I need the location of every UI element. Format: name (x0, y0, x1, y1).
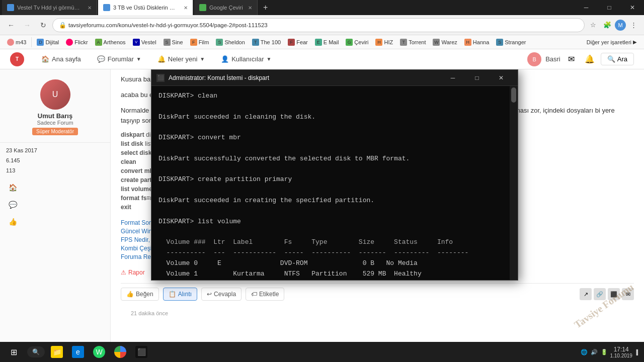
forums-chevron: ▼ (136, 56, 141, 62)
close-button[interactable]: ✕ (621, 0, 644, 15)
taskbar-app-ie[interactable]: e (68, 342, 88, 362)
taskbar-app-terminal[interactable]: ⬛ (131, 342, 151, 362)
nav-avatar-icon[interactable]: B (527, 52, 541, 66)
maximize-button[interactable]: □ (598, 0, 621, 15)
tab-close-2[interactable]: ✕ (184, 5, 188, 11)
terminal-close[interactable]: ✕ (490, 70, 513, 86)
start-button[interactable]: ⊞ (2, 342, 25, 362)
forum-navbar: T 🏠 Ana sayfa 💬 Forumlar ▼ 🔔 Neler yeni … (0, 49, 644, 69)
bookmark-m43[interactable]: m43 (4, 38, 29, 47)
browser-tab-1[interactable]: Vestel Tv Hdd yi görmüyor | Say... ✕ (2, 0, 97, 15)
bookmark-sheldon[interactable]: S Sheldon (213, 38, 248, 47)
nav-notifications-icon[interactable]: 🔔 (583, 52, 597, 66)
share-icon-2[interactable]: 🔗 (594, 288, 606, 300)
new-tab-button[interactable]: + (259, 1, 273, 15)
join-date: 23 Kas 2017 (6, 147, 37, 153)
bookmark-hanna[interactable]: H Hanna (461, 38, 492, 47)
show-desktop-button[interactable]: ▐ (634, 349, 638, 355)
post-count-row: 6.145 (0, 155, 110, 165)
terminal-scrollbar-thumb[interactable] (511, 87, 516, 103)
user-avatar-nav: B (527, 52, 541, 66)
extensions-icon[interactable]: 🧩 (601, 19, 614, 32)
profile-icon[interactable]: M (615, 20, 626, 31)
terminal-line-5 (158, 143, 511, 154)
quote-label: Alıntı (178, 291, 192, 298)
share-icon-3[interactable]: ⬛ (608, 288, 620, 300)
bookmark-hiz[interactable]: H HIZ (372, 38, 396, 47)
browser-tab-3[interactable]: Google Çeviri ✕ (194, 0, 258, 15)
back-button[interactable]: ← (4, 18, 18, 32)
share-icon-4[interactable]: ✉ (622, 288, 634, 300)
nav-neler-yeni[interactable]: 🔔 Neler yeni ▼ (153, 53, 209, 65)
bookmark-icon-hiz: H (375, 39, 382, 46)
bookmark-ceviri[interactable]: G Çeviri (343, 38, 371, 47)
bookmark-email[interactable]: E E Mail (312, 38, 342, 47)
bookmark-sine[interactable]: S Sine (160, 38, 186, 47)
bookmark-more[interactable]: Diğer yer işaretleri ▶ (584, 38, 640, 46)
terminal-minimize[interactable]: ─ (441, 70, 464, 86)
menu-button[interactable]: ⋮ (627, 19, 640, 32)
nav-forums[interactable]: 💬 Forumlar ▼ (93, 53, 145, 65)
nav-messages-icon[interactable]: ✉ (565, 52, 579, 66)
terminal-line-0: DISKPART> clean (158, 91, 511, 102)
sidebar-likes-icon-row[interactable]: 👍 (0, 214, 110, 230)
bookmark-arthenos[interactable]: A Arthenos (92, 38, 129, 47)
browser-tab-2[interactable]: 3 TB ve Üstü Disklerin Kullanımı... ✕ (98, 0, 193, 15)
taskbar-search[interactable]: 🔍 (27, 346, 45, 357)
logo[interactable]: T (10, 52, 24, 66)
terminal-table-header: Volume ### Ltr Label Fs Type Size Status… (158, 237, 511, 248)
bookmark-label-hiz: HIZ (384, 39, 393, 45)
taskbar-app-chrome[interactable] (110, 342, 130, 362)
bookmark-fear[interactable]: F Fear (285, 38, 311, 47)
minimize-button[interactable]: ─ (575, 0, 598, 15)
bookmark-warez[interactable]: W Warez (430, 38, 460, 47)
reply-button[interactable]: ↩ Cevapla (201, 288, 242, 301)
refresh-button[interactable]: ↻ (36, 18, 50, 32)
terminal-vol-2: Volume 2 C NTFS Partition 476 GB Healthy… (158, 279, 511, 280)
tab-favicon-3 (199, 4, 206, 11)
bookmark-star-icon[interactable]: ☆ (587, 19, 600, 32)
sidebar-posts-icon-row[interactable]: 💬 (0, 197, 110, 213)
terminal-maximize[interactable]: □ (465, 70, 489, 86)
quote-button[interactable]: 📋 Alıntı (163, 288, 197, 301)
tag-button[interactable]: 🏷 Etiketle (246, 288, 284, 301)
sidebar-home-icon-row[interactable]: 🏠 (0, 179, 110, 196)
tab-close-1[interactable]: ✕ (88, 5, 92, 11)
toolbar-icons: ☆ 🧩 M ⋮ (587, 19, 640, 32)
bookmark-vestel[interactable]: V Vestel (130, 38, 159, 47)
terminal-line-7 (158, 164, 511, 175)
terminal-scrollbar-track[interactable] (510, 86, 518, 280)
terminal-app-icon: ⬛ (156, 74, 165, 82)
taskbar-app-explorer[interactable]: 📁 (47, 342, 67, 362)
taskbar-app-whatsapp[interactable]: W (89, 342, 109, 362)
address-bar[interactable]: 🔒 tavsiyeforumu.com/konu/vestel-tv-hdd-y… (52, 18, 585, 32)
bookmark-stranger[interactable]: S Stranger (493, 38, 529, 47)
network-icon[interactable]: 🌐 (581, 349, 588, 355)
nav-home-label: Ana sayfa (52, 55, 81, 63)
bookmark-label-sheldon: Sheldon (224, 39, 245, 45)
share-icon-1[interactable]: ↗ (580, 288, 592, 300)
bookmark-torrent[interactable]: T Torrent (397, 38, 429, 47)
bookmark-label-flickr: Flickr (74, 39, 88, 45)
volume-icon[interactable]: 🔊 (591, 349, 598, 355)
terminal-controls: ─ □ ✕ (441, 70, 513, 86)
like-button[interactable]: 👍 Beğen (121, 288, 159, 301)
bookmark-dijital[interactable]: D Dijital (34, 38, 62, 47)
nav-search-button[interactable]: 🔍 Ara (601, 53, 634, 65)
bookmark-the100[interactable]: T The 100 (249, 38, 284, 47)
tab-title-3: Google Çeviri (209, 5, 243, 11)
nav-home[interactable]: 🏠 Ana sayfa (37, 53, 85, 65)
forward-button[interactable]: → (20, 18, 34, 32)
bookmark-label-sine: Sine (172, 39, 183, 45)
bookmark-icon-ceviri: G (346, 39, 353, 46)
tab-favicon-1 (7, 4, 14, 11)
tab-close-3[interactable]: ✕ (248, 5, 252, 11)
taskbar-clock[interactable]: 17:14 1.10.2019 (610, 346, 632, 358)
terminal-vol-1: Volume 1 Kurtarma NTFS Partition 529 MB … (158, 269, 511, 280)
bookmark-film[interactable]: F Film (187, 38, 212, 47)
bookmark-flickr[interactable]: Flickr (63, 38, 91, 47)
nav-kullanicilar[interactable]: 👤 Kullanıcılar ▼ (217, 53, 275, 65)
battery-icon[interactable]: 🔋 (601, 349, 608, 355)
ie-icon: e (72, 346, 84, 358)
nav-username: Basri (545, 55, 560, 63)
